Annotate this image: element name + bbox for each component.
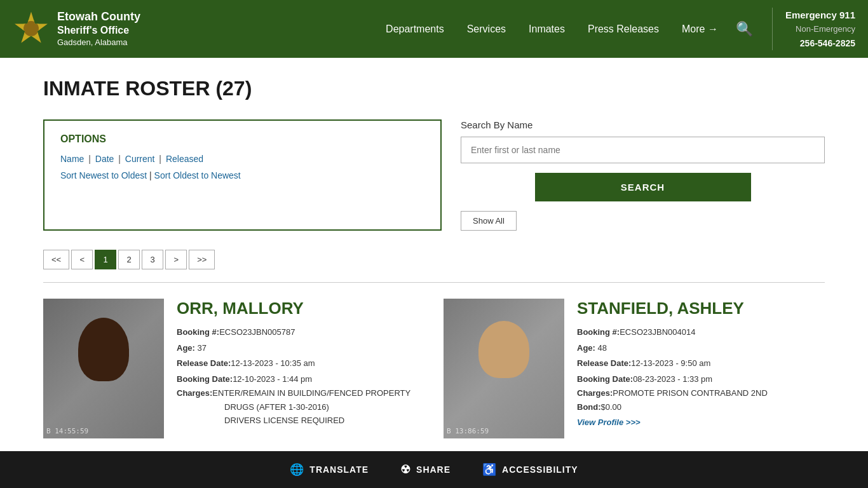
pagination-last[interactable]: >> [189,250,215,269]
view-profile-link-stanfield[interactable]: View Profile >>> [577,417,641,427]
pagination-page-3[interactable]: 3 [142,250,163,269]
page-title: INMATE ROSTER (27) [43,77,825,100]
inmate-card-orr: B 14:55:59 ORR, MALLORY Booking #:ECSO23… [43,299,424,438]
sheriff-star-logo [13,10,50,47]
inmate-info-orr: ORR, MALLORY Booking #:ECSO23JBN005787 A… [177,299,424,438]
option-released-link[interactable]: Released [166,154,203,164]
nav-services[interactable]: Services [456,0,517,58]
search-box: Search By Name SEARCH Show All [461,119,825,231]
nav-press-releases[interactable]: Press Releases [576,0,670,58]
section-divider [43,282,825,283]
pagination-page-1[interactable]: 1 [95,250,116,269]
inmate-name-orr: ORR, MALLORY [177,299,424,318]
inmate-view-profile-stanfield: View Profile >>> [577,417,825,427]
sort-separator: | [149,170,154,180]
inmate-name-stanfield: STANFIELD, ASHLEY [577,299,825,318]
inmate-booking-date-stanfield: Booking Date:08-23-2023 - 1:33 pm [577,373,825,386]
sort-oldest-link[interactable]: Sort Oldest to Newest [154,170,241,180]
org-location: Gadsden, Alabama [57,37,140,48]
inmate-photo-stanfield: B 13:86:59 [444,299,564,438]
search-by-name-label: Search By Name [461,119,825,130]
inmate-card-stanfield: B 13:86:59 STANFIELD, ASHLEY Booking #:E… [444,299,825,438]
pagination: << < 1 2 3 > >> [43,250,825,269]
search-btn-row: SEARCH [461,173,825,201]
options-separator-3: | [159,154,164,164]
emergency-911-label: Emergency 911 [785,8,855,23]
photo-timestamp-orr: B 14:55:59 [46,427,88,435]
sort-newest-link[interactable]: Sort Newest to Oldest [60,170,147,180]
option-name-link[interactable]: Name [60,154,84,164]
site-header: Etowah County Sheriff's Office Gadsden, … [0,0,868,58]
nav-inmates[interactable]: Inmates [517,0,576,58]
inmate-charges-list-orr: DRUGS (AFTER 1-30-2016) DRIVERS LICENSE … [224,401,424,428]
nav-departments[interactable]: Departments [374,0,456,58]
main-nav: Departments Services Inmates Press Relea… [374,0,759,58]
main-content: INMATE ROSTER (27) OPTIONS Name | Date |… [18,58,850,458]
inmate-booking-date-orr: Booking Date:12-10-2023 - 1:44 pm [177,373,424,386]
pagination-page-2[interactable]: 2 [118,250,140,269]
photo-timestamp-stanfield: B 13:86:59 [447,427,489,435]
header-title-block: Etowah County Sheriff's Office Gadsden, … [57,10,140,48]
non-emergency-number: 256-546-2825 [785,36,855,50]
nav-more[interactable]: More → [670,0,729,58]
inmate-bond-stanfield: Bond:$0.00 [577,401,825,414]
options-separator-2: | [118,154,123,164]
inmate-charges-stanfield: Charges:PROMOTE PRISON CONTRABAND 2ND [577,388,825,398]
option-date-link[interactable]: Date [95,154,114,164]
inmates-grid: B 14:55:59 ORR, MALLORY Booking #:ECSO23… [43,299,825,438]
non-emergency-label: Non-Emergency [785,23,855,36]
options-search-row: OPTIONS Name | Date | Current | Released… [43,119,825,231]
dept-name: Sheriff's Office [57,24,140,37]
sort-links: Sort Newest to Oldest | Sort Oldest to N… [60,170,424,180]
pagination-first[interactable]: << [43,250,69,269]
options-links: Name | Date | Current | Released [60,154,424,164]
inmate-age-stanfield: Age: 48 [577,342,825,355]
footer-bar: 🌐 TRANSLATE ☢ SHARE ♿ ACCESSIBILITY [0,451,868,458]
pagination-next[interactable]: > [165,250,187,269]
pagination-prev[interactable]: < [71,250,93,269]
options-separator-1: | [88,154,93,164]
org-name: Etowah County [57,10,140,24]
inmate-info-stanfield: STANFIELD, ASHLEY Booking #:ECSO23JBN004… [577,299,825,438]
option-current-link[interactable]: Current [125,154,155,164]
emergency-info: Emergency 911 Non-Emergency 256-546-2825 [772,8,855,50]
options-title: OPTIONS [60,133,424,145]
inmate-release-stanfield: Release Date:12-13-2023 - 9:50 am [577,357,825,370]
site-logo[interactable]: Etowah County Sheriff's Office Gadsden, … [13,10,140,48]
inmate-age-orr: Age: 37 [177,342,424,355]
inmate-release-orr: Release Date:12-13-2023 - 10:35 am [177,357,424,370]
show-all-button[interactable]: Show All [461,211,517,231]
inmate-charges-orr: Charges:ENTER/REMAIN IN BUILDING/FENCED … [177,388,424,398]
search-button[interactable]: SEARCH [535,173,751,201]
inmate-booking-stanfield: Booking #:ECSO23JBN004014 [577,326,825,339]
search-input[interactable] [461,137,825,163]
search-icon-button[interactable]: 🔍 [729,0,759,58]
inmate-booking-orr: Booking #:ECSO23JBN005787 [177,326,424,339]
options-box: OPTIONS Name | Date | Current | Released… [43,119,442,231]
inmate-photo-orr: B 14:55:59 [43,299,164,438]
